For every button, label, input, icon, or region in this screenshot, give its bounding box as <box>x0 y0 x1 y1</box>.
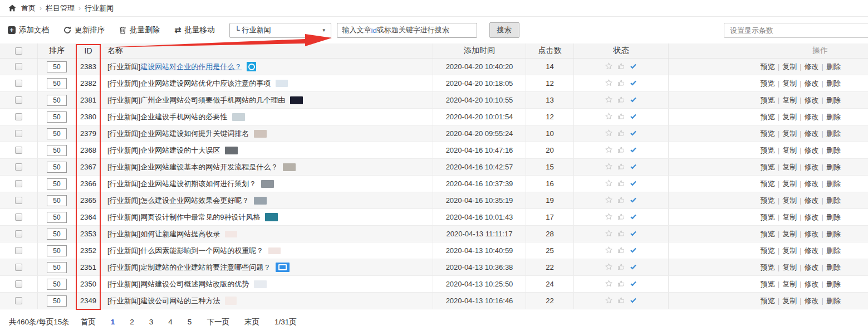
sort-input[interactable] <box>47 78 67 89</box>
article-title[interactable]: 定制建站的企业建站前要注意哪些问题？ <box>140 263 271 273</box>
page-next[interactable]: 下一页 <box>207 317 229 327</box>
breadcrumb-category-manage[interactable]: 栏目管理 <box>46 3 75 13</box>
sort-input[interactable] <box>47 128 67 139</box>
article-title[interactable]: 企业网站建设初期该如何进行策划？ <box>140 179 256 189</box>
sort-input[interactable] <box>47 212 67 223</box>
article-title[interactable]: 企业网站建设的十大误区 <box>140 145 220 156</box>
action-edit[interactable]: 修改 <box>802 179 822 189</box>
sort-input[interactable] <box>47 178 67 190</box>
page-number-3[interactable]: 3 <box>149 318 154 326</box>
article-title[interactable]: 网页设计制作中最常见的9种设计风格 <box>140 212 260 222</box>
action-edit[interactable]: 修改 <box>802 263 822 273</box>
action-preview[interactable]: 预览 <box>758 263 778 273</box>
action-preview[interactable]: 预览 <box>758 112 778 122</box>
action-preview[interactable]: 预览 <box>758 196 778 206</box>
sort-input[interactable] <box>47 262 67 273</box>
sort-input[interactable] <box>47 162 67 173</box>
action-copy[interactable]: 复制 <box>779 79 800 89</box>
action-edit[interactable]: 修改 <box>802 279 822 289</box>
action-copy[interactable]: 复制 <box>779 296 800 306</box>
row-checkbox[interactable] <box>15 297 22 304</box>
sort-input[interactable] <box>47 61 67 72</box>
page-number-5[interactable]: 5 <box>188 318 192 326</box>
row-checkbox[interactable] <box>15 80 22 87</box>
action-edit[interactable]: 修改 <box>802 212 822 222</box>
action-preview[interactable]: 预览 <box>758 246 778 256</box>
search-input[interactable]: 输入文章id或标题关键字进行搜索 <box>337 23 477 38</box>
action-edit[interactable]: 修改 <box>802 79 822 89</box>
article-title[interactable]: 企业建设手机网站的必要性 <box>140 112 227 122</box>
sort-input[interactable] <box>47 245 67 256</box>
action-edit[interactable]: 修改 <box>802 95 822 105</box>
article-title[interactable]: 如何让新建网站提高收录 <box>140 229 220 239</box>
action-copy[interactable]: 复制 <box>779 145 800 156</box>
add-document-button[interactable]: 添加文档 <box>8 25 49 35</box>
action-delete[interactable]: 删除 <box>823 246 844 256</box>
action-copy[interactable]: 复制 <box>779 263 800 273</box>
action-delete[interactable]: 删除 <box>823 212 844 222</box>
action-preview[interactable]: 预览 <box>758 296 778 306</box>
page-size-input[interactable] <box>724 23 868 38</box>
action-preview[interactable]: 预览 <box>758 162 778 172</box>
sort-input[interactable] <box>47 195 67 206</box>
row-checkbox[interactable] <box>15 180 22 187</box>
row-checkbox[interactable] <box>15 163 22 171</box>
sort-input[interactable] <box>47 111 67 123</box>
action-delete[interactable]: 删除 <box>823 179 844 189</box>
article-title[interactable]: 企业网站建设如何提升关键词排名 <box>140 129 249 139</box>
sort-input[interactable] <box>47 145 67 156</box>
action-copy[interactable]: 复制 <box>779 279 800 289</box>
row-checkbox[interactable] <box>15 96 22 104</box>
action-copy[interactable]: 复制 <box>779 212 800 222</box>
article-title[interactable]: 企业网站建设基本的网站开发流程是什么？ <box>140 162 278 172</box>
action-copy[interactable]: 复制 <box>779 196 800 206</box>
action-copy[interactable]: 复制 <box>779 229 800 239</box>
action-delete[interactable]: 删除 <box>823 129 844 139</box>
action-delete[interactable]: 删除 <box>823 296 844 306</box>
row-checkbox[interactable] <box>15 147 22 154</box>
action-delete[interactable]: 删除 <box>823 112 844 122</box>
action-delete[interactable]: 删除 <box>823 229 844 239</box>
action-edit[interactable]: 修改 <box>802 129 822 139</box>
row-checkbox[interactable] <box>15 197 22 204</box>
action-delete[interactable]: 删除 <box>823 263 844 273</box>
article-title[interactable]: 广州企业网站公司须要做手机网站的几个理由 <box>140 95 285 105</box>
action-preview[interactable]: 预览 <box>758 229 778 239</box>
action-edit[interactable]: 修改 <box>802 162 822 172</box>
row-checkbox[interactable] <box>15 213 22 221</box>
row-checkbox[interactable] <box>15 230 22 237</box>
action-copy[interactable]: 复制 <box>779 179 800 189</box>
action-copy[interactable]: 复制 <box>779 112 800 122</box>
action-preview[interactable]: 预览 <box>758 95 778 105</box>
page-number-2[interactable]: 2 <box>130 318 134 326</box>
page-first[interactable]: 首页 <box>81 317 96 327</box>
action-edit[interactable]: 修改 <box>802 246 822 256</box>
action-delete[interactable]: 删除 <box>823 279 844 289</box>
sort-input[interactable] <box>47 295 67 307</box>
article-title[interactable]: 网站建设公司概述网站改版的优势 <box>140 279 249 289</box>
sort-input[interactable] <box>47 279 67 290</box>
article-title[interactable]: 企业网站建设网站优化中应该注意的事项 <box>140 79 271 89</box>
action-delete[interactable]: 删除 <box>823 162 844 172</box>
action-delete[interactable]: 删除 <box>823 62 844 72</box>
row-checkbox[interactable] <box>15 130 22 137</box>
action-copy[interactable]: 复制 <box>779 129 800 139</box>
action-delete[interactable]: 删除 <box>823 95 844 105</box>
action-preview[interactable]: 预览 <box>758 79 778 89</box>
page-last[interactable]: 末页 <box>244 317 259 327</box>
article-title[interactable]: 怎么建设企业网站效果会更好呢？ <box>140 196 249 206</box>
action-edit[interactable]: 修改 <box>802 62 822 72</box>
page-number-1[interactable]: 1 <box>111 318 115 326</box>
row-checkbox[interactable] <box>15 264 22 271</box>
action-preview[interactable]: 预览 <box>758 179 778 189</box>
action-delete[interactable]: 删除 <box>823 79 844 89</box>
row-checkbox[interactable] <box>15 63 22 70</box>
action-edit[interactable]: 修改 <box>802 229 822 239</box>
article-title[interactable]: 建设公司网站的三种方法 <box>140 296 220 306</box>
row-checkbox[interactable] <box>15 280 22 288</box>
action-preview[interactable]: 预览 <box>758 129 778 139</box>
action-copy[interactable]: 复制 <box>779 246 800 256</box>
search-button[interactable]: 搜索 <box>489 22 519 38</box>
action-preview[interactable]: 预览 <box>758 212 778 222</box>
row-checkbox[interactable] <box>15 247 22 254</box>
